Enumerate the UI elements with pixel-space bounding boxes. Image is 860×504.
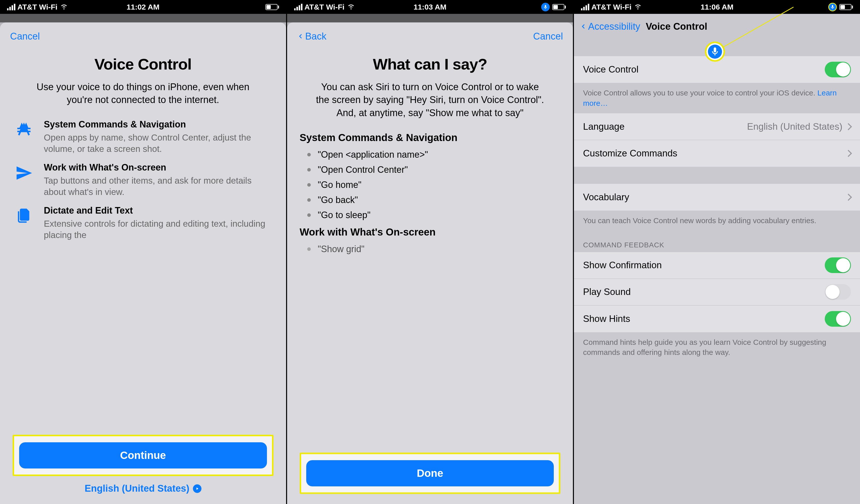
feature-title: Work with What's On-screen [44, 162, 273, 173]
switch-icon[interactable] [825, 284, 851, 300]
chevron-right-icon [845, 194, 852, 201]
screen-2-what-can-i-say: AT&T Wi-Fi 11:03 AM Back Cancel [287, 0, 573, 504]
continue-button[interactable]: Continue [19, 442, 267, 469]
battery-icon [266, 4, 279, 10]
status-bar: AT&T Wi-Fi 11:02 AM [0, 0, 286, 14]
cell-value: English (United States) [747, 121, 842, 132]
back-label: Accessibility [588, 21, 640, 32]
feature-onscreen: Work with What's On-screen Tap buttons a… [13, 162, 273, 198]
section-header: System Commands & Navigation [300, 132, 561, 143]
command-item: "Go home" [307, 179, 561, 190]
cell-label: Show Hints [583, 314, 825, 324]
battery-icon [552, 4, 566, 10]
feature-desc: Extensive controls for dictating and edi… [44, 218, 273, 241]
status-time: 11:02 AM [127, 3, 160, 11]
cell-label: Voice Control [583, 64, 825, 75]
section-header: COMMAND FEEDBACK [574, 231, 860, 252]
feature-dictate: Dictate and Edit Text Extensive controls… [13, 205, 273, 241]
cell-label: Language [583, 121, 747, 132]
feature-title: System Commands & Navigation [44, 119, 273, 130]
language-cell[interactable]: Language English (United States) [574, 113, 860, 140]
chevron-right-icon [845, 123, 852, 130]
command-item: "Show grid" [307, 244, 561, 255]
voice-control-description: Voice Control allows you to use your voi… [574, 83, 860, 113]
chevron-right-icon [845, 150, 852, 157]
wifi-icon [59, 1, 69, 12]
feature-desc: Tap buttons and other items, and ask for… [44, 175, 273, 198]
status-bar: AT&T Wi-Fi 11:06 AM [574, 0, 860, 14]
page-subtitle: You can ask Siri to turn on Voice Contro… [315, 81, 545, 119]
back-button[interactable]: Accessibility [580, 21, 640, 32]
cell-label: Vocabulary [583, 192, 846, 202]
cell-label: Show Confirmation [583, 260, 825, 271]
language-label: English (United States) [85, 483, 189, 494]
signal-icon [7, 4, 15, 10]
done-button[interactable]: Done [306, 460, 554, 486]
cancel-button[interactable]: Cancel [10, 31, 40, 42]
command-item: "Open Control Center" [307, 164, 561, 175]
carrier-label: AT&T Wi-Fi [17, 3, 57, 11]
back-label: Back [305, 31, 326, 42]
signal-icon [294, 4, 302, 10]
command-item: "Go to sleep" [307, 210, 561, 220]
signal-icon [581, 4, 589, 10]
wifi-icon [633, 1, 642, 12]
cancel-button[interactable]: Cancel [533, 31, 563, 42]
switch-icon[interactable] [825, 62, 851, 77]
feature-desc: Open apps by name, show Control Center, … [44, 132, 273, 155]
carrier-label: AT&T Wi-Fi [591, 3, 631, 11]
documents-icon [13, 205, 35, 241]
page-title: What can I say? [300, 55, 561, 73]
done-highlight: Done [300, 452, 561, 494]
status-time: 11:06 AM [701, 3, 734, 11]
screen-3-voice-control-settings: AT&T Wi-Fi 11:06 AM Accessibility Voice … [574, 0, 860, 504]
mic-indicator-icon [828, 3, 837, 11]
wifi-icon [346, 1, 356, 12]
status-time: 11:03 AM [414, 3, 446, 11]
carrier-label: AT&T Wi-Fi [304, 3, 344, 11]
cell-label: Play Sound [583, 287, 825, 297]
continue-highlight: Continue [13, 435, 273, 476]
feature-title: Dictate and Edit Text [44, 205, 273, 216]
hints-description: Command hints help guide you as you lear… [574, 332, 860, 363]
language-button[interactable]: English (United States) [13, 483, 273, 494]
back-button[interactable]: Back [297, 31, 326, 42]
screen-1-voice-control-intro: AT&T Wi-Fi 11:02 AM Cancel Voice Control… [0, 0, 286, 504]
customize-commands-cell[interactable]: Customize Commands [574, 140, 860, 167]
app-store-icon [13, 119, 35, 155]
mic-callout-bubble [705, 42, 725, 62]
section-header: Work with What's On-screen [300, 227, 561, 238]
battery-icon [839, 4, 853, 10]
vocabulary-description: You can teach Voice Control new words by… [574, 211, 860, 231]
page-subtitle: Use your voice to do things on iPhone, e… [28, 81, 258, 106]
vocabulary-cell[interactable]: Vocabulary [574, 184, 860, 211]
play-sound-cell[interactable]: Play Sound [574, 279, 860, 305]
paper-plane-icon [13, 162, 35, 198]
command-item: "Open <application name>" [307, 149, 561, 160]
show-hints-cell[interactable]: Show Hints [574, 305, 860, 332]
mic-indicator-icon [541, 3, 550, 11]
status-bar: AT&T Wi-Fi 11:03 AM [287, 0, 573, 14]
switch-icon[interactable] [825, 311, 851, 327]
feature-system-commands: System Commands & Navigation Open apps b… [13, 119, 273, 155]
nav-bar: Accessibility Voice Control [574, 14, 860, 39]
cell-label: Customize Commands [583, 148, 846, 159]
play-icon [193, 484, 201, 493]
page-title: Voice Control [13, 55, 273, 73]
show-confirmation-cell[interactable]: Show Confirmation [574, 252, 860, 279]
command-item: "Go back" [307, 195, 561, 205]
nav-title: Voice Control [646, 21, 707, 32]
switch-icon[interactable] [825, 257, 851, 273]
